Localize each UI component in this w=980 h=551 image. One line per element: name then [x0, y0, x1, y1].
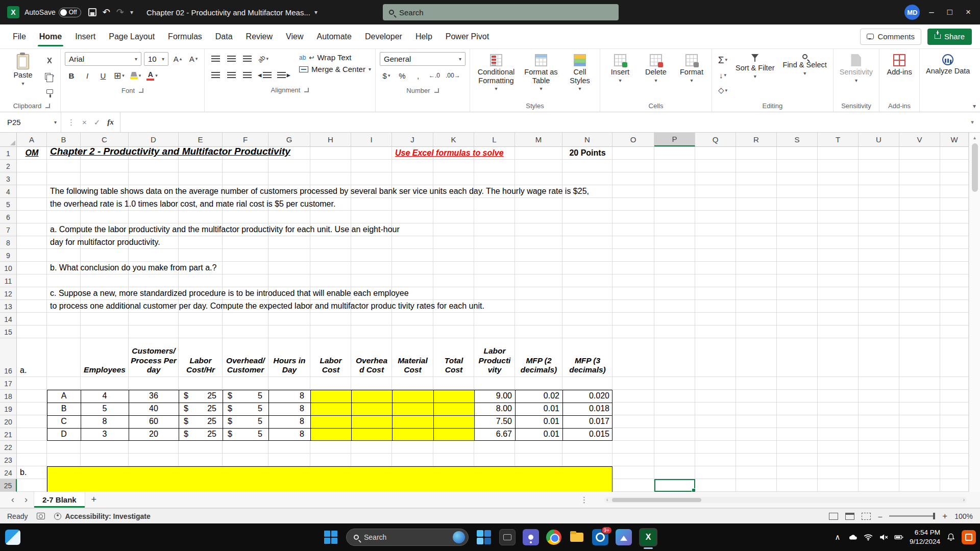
column-header-R[interactable]: R	[736, 133, 777, 146]
paste-button[interactable]: Paste ▾	[7, 52, 39, 101]
cut-button[interactable]	[43, 54, 56, 67]
alignment-dialog-launcher[interactable]	[304, 88, 309, 92]
row-header-14[interactable]: 14	[0, 313, 17, 325]
row-header-1[interactable]: 1	[0, 147, 17, 160]
vertical-scrollbar[interactable]: ▴	[969, 133, 980, 492]
find-select-button[interactable]: Find & Select ▾	[781, 52, 829, 101]
ribbon-tab-help[interactable]: Help	[409, 24, 439, 48]
horizontal-scroll-thumb[interactable]	[612, 498, 701, 502]
battery-icon[interactable]	[894, 533, 903, 541]
row-header-12[interactable]: 12	[0, 287, 17, 300]
column-header-G[interactable]: G	[268, 133, 310, 146]
column-header-Q[interactable]: Q	[695, 133, 736, 146]
align-right-button[interactable]	[240, 68, 254, 82]
collapse-ribbon-button[interactable]: ▾	[973, 103, 976, 110]
page-break-view-button[interactable]	[862, 513, 871, 520]
name-box[interactable]: P25 ▾	[0, 112, 61, 132]
scroll-up-icon[interactable]: ▴	[973, 135, 976, 140]
table-cell-J19[interactable]	[392, 403, 433, 415]
column-header-V[interactable]: V	[899, 133, 940, 146]
row-header-20[interactable]: 20	[0, 415, 17, 428]
orientation-button[interactable]: ab▾	[256, 52, 270, 65]
minimize-button[interactable]: –	[929, 7, 934, 17]
column-header-S[interactable]: S	[777, 133, 818, 146]
redo-button[interactable]: ↷	[116, 7, 124, 18]
sort-filter-button[interactable]: Sort & Filter ▾	[733, 52, 777, 101]
ribbon-tab-developer[interactable]: Developer	[358, 24, 409, 48]
ribbon-tab-formulas[interactable]: Formulas	[161, 24, 209, 48]
table-cell-K21[interactable]	[433, 428, 474, 441]
row-header-19[interactable]: 19	[0, 403, 17, 415]
selected-cell-P25[interactable]	[654, 479, 695, 492]
table-cell-I20[interactable]	[351, 415, 392, 428]
sheet-tab-2-7-blank[interactable]: 2-7 Blank	[34, 492, 85, 508]
table-cell-H18[interactable]	[310, 390, 351, 403]
table-cell-I18[interactable]	[351, 390, 392, 403]
zoom-slider[interactable]	[889, 515, 935, 517]
clear-button[interactable]: ◇▾	[716, 84, 729, 97]
table-cell-H20[interactable]	[310, 415, 351, 428]
column-header-H[interactable]: H	[310, 133, 351, 146]
wrap-text-button[interactable]: ab↩ Wrap Text	[299, 53, 371, 62]
ribbon-tab-insert[interactable]: Insert	[68, 24, 102, 48]
table-cell-K20[interactable]	[433, 415, 474, 428]
number-format-select[interactable]: General▾	[380, 52, 465, 66]
search-box[interactable]: Search	[383, 4, 619, 20]
new-sheet-button[interactable]: +	[87, 493, 101, 507]
row-header-9[interactable]: 9	[0, 249, 17, 262]
close-button[interactable]: ×	[966, 7, 971, 17]
table-cell-J18[interactable]	[392, 390, 433, 403]
format-cells-button[interactable]: Format ▾	[676, 52, 707, 101]
align-center-button[interactable]	[225, 68, 238, 82]
row-header-24[interactable]: 24	[0, 466, 17, 479]
table-cell-K18[interactable]	[433, 390, 474, 403]
ribbon-tab-review[interactable]: Review	[239, 24, 279, 48]
increase-decimal-button[interactable]: ←.0	[427, 69, 442, 82]
table-cell-H19[interactable]	[310, 403, 351, 415]
font-name-select[interactable]: Arial▾	[65, 52, 141, 66]
expand-formula-bar-button[interactable]: ▾	[965, 112, 980, 132]
column-header-P[interactable]: P	[654, 133, 695, 146]
zoom-level[interactable]: 100%	[954, 512, 973, 520]
table-cell-J21[interactable]	[392, 428, 433, 441]
align-middle-button[interactable]	[225, 52, 238, 65]
prev-sheet-button[interactable]: ‹	[7, 494, 18, 505]
column-header-I[interactable]: I	[351, 133, 392, 146]
column-header-N[interactable]: N	[562, 133, 612, 146]
undo-button[interactable]: ↶	[103, 7, 110, 18]
app-window-button[interactable]	[499, 529, 516, 545]
clipboard-dialog-launcher[interactable]	[45, 104, 50, 108]
clock[interactable]: 6:54 PM 9/12/2024	[910, 528, 940, 546]
column-header-J[interactable]: J	[392, 133, 433, 146]
row-header-8[interactable]: 8	[0, 236, 17, 249]
column-header-C[interactable]: C	[81, 133, 129, 146]
excel-taskbar-active[interactable]: X	[639, 528, 657, 546]
autosave-toggle[interactable]: AutoSave Off	[24, 8, 81, 17]
comma-style-button[interactable]: ,	[411, 69, 425, 82]
column-header-K[interactable]: K	[433, 133, 474, 146]
fill-button[interactable]: ↓▾	[716, 68, 729, 82]
sensitivity-button[interactable]: Sensitivity ▾	[838, 52, 875, 101]
underline-button[interactable]: U	[96, 69, 110, 82]
widgets-icon[interactable]	[5, 530, 20, 545]
row-header-7[interactable]: 7	[0, 223, 17, 236]
formula-input[interactable]	[120, 112, 965, 132]
task-view-button[interactable]	[476, 529, 492, 545]
ribbon-tab-home[interactable]: Home	[33, 24, 68, 48]
photos-button[interactable]	[616, 529, 632, 545]
align-left-button[interactable]	[209, 68, 222, 82]
ribbon-tab-page-layout[interactable]: Page Layout	[102, 24, 161, 48]
format-as-table-button[interactable]: Format as Table ▾	[522, 52, 560, 101]
copy-button[interactable]: ▾	[43, 69, 56, 83]
macro-record-icon[interactable]	[37, 513, 45, 519]
answer-box-b[interactable]	[47, 466, 612, 492]
document-title[interactable]: Chapter 02 - Productivity and Multifacto…	[146, 8, 317, 17]
column-header-B[interactable]: B	[47, 133, 81, 146]
next-sheet-button[interactable]: ›	[20, 494, 32, 505]
align-top-button[interactable]	[209, 52, 222, 65]
row-header-18[interactable]: 18	[0, 390, 17, 403]
ribbon-tab-view[interactable]: View	[279, 24, 310, 48]
tray-expand-icon[interactable]: ∧	[833, 533, 842, 541]
addins-button[interactable]: Add-ins	[884, 52, 915, 101]
row-header-17[interactable]: 17	[0, 377, 17, 390]
